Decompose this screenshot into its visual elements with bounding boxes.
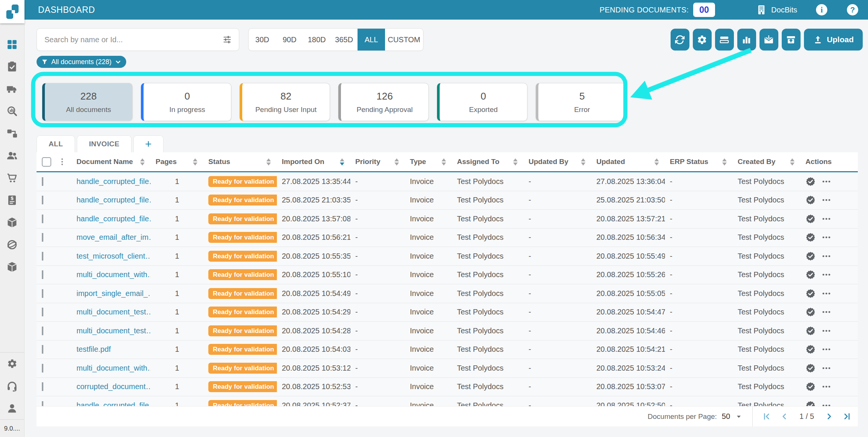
column-header-erp-status[interactable]: ERP Status (665, 158, 733, 166)
scanner-button[interactable] (715, 29, 734, 51)
more-actions-icon[interactable] (821, 232, 831, 242)
column-header-actions[interactable]: Actions (801, 158, 858, 166)
time-filter-30d[interactable]: 30D (249, 29, 276, 51)
row-checkbox[interactable] (42, 177, 43, 186)
sidebar-item-products[interactable] (6, 256, 18, 278)
validate-action-icon[interactable] (805, 232, 816, 242)
status-card-all-documents[interactable]: 228 All documents (42, 83, 133, 121)
sidebar-item-purchase-orders[interactable] (6, 167, 18, 189)
help-icon[interactable]: ? (846, 3, 859, 16)
column-header-pages[interactable]: Pages (151, 158, 203, 166)
time-filter-90d[interactable]: 90D (276, 29, 303, 51)
column-header-type[interactable]: Type (405, 158, 452, 166)
sidebar-item-invoices[interactable]: $ (6, 189, 18, 211)
row-checkbox[interactable] (42, 327, 43, 335)
validate-action-icon[interactable] (805, 382, 816, 392)
row-checkbox[interactable] (42, 401, 43, 406)
sidebar-item-settings[interactable] (0, 353, 24, 375)
app-logo[interactable] (0, 0, 24, 23)
first-page-button[interactable] (763, 412, 771, 421)
row-checkbox[interactable] (42, 289, 43, 298)
sidebar-item-analytics[interactable] (6, 100, 18, 122)
document-name-link[interactable]: multi_document_test… (72, 327, 151, 335)
select-all-checkbox[interactable] (42, 157, 51, 167)
last-page-button[interactable] (842, 412, 851, 421)
status-card-in-progress[interactable]: 0 In progress (141, 83, 231, 121)
more-actions-icon[interactable] (821, 307, 831, 317)
upload-button[interactable]: Upload (804, 29, 863, 51)
gear-button[interactable] (693, 29, 712, 51)
all-documents-filter-chip[interactable]: All documents (228) (37, 56, 126, 68)
add-tab-button[interactable]: + (133, 135, 164, 152)
kebab-menu-icon[interactable] (58, 157, 67, 166)
column-header-priority[interactable]: Priority (350, 158, 405, 166)
row-checkbox[interactable] (42, 270, 43, 279)
validate-action-icon[interactable] (805, 270, 816, 280)
column-header-imported-on[interactable]: Imported On (277, 158, 350, 166)
document-name-link[interactable]: handle_corrupted_file… (72, 196, 151, 204)
sidebar-item-users[interactable] (6, 144, 18, 167)
tab-all[interactable]: ALL (37, 135, 75, 152)
more-actions-icon[interactable] (821, 382, 831, 392)
column-header-assigned-to[interactable]: Assigned To (452, 158, 524, 166)
more-actions-icon[interactable] (821, 400, 831, 406)
mail-import-button[interactable] (760, 29, 778, 51)
row-checkbox[interactable] (42, 364, 43, 373)
sidebar-item-shipments[interactable] (6, 78, 18, 100)
column-header-updated-by[interactable]: Updated By (524, 158, 591, 166)
document-name-link[interactable]: handle_corrupted_file… (72, 215, 151, 223)
validate-action-icon[interactable] (805, 363, 816, 373)
time-filter-180d[interactable]: 180D (303, 29, 330, 51)
validate-action-icon[interactable] (805, 307, 816, 317)
time-filter-custom[interactable]: CUSTOM (385, 29, 423, 51)
more-actions-icon[interactable] (821, 363, 831, 373)
status-card-pending-user-input[interactable]: 82 Pending User Input (240, 83, 330, 121)
more-actions-icon[interactable] (821, 176, 831, 187)
document-name-link[interactable]: multi_document_test… (72, 308, 151, 316)
more-actions-icon[interactable] (821, 344, 831, 354)
archive-up-button[interactable] (782, 29, 801, 51)
document-name-link[interactable]: import_single_email_… (72, 289, 151, 298)
more-actions-icon[interactable] (821, 288, 831, 299)
sidebar-item-support[interactable] (0, 375, 24, 397)
column-header-created-by[interactable]: Created By (733, 158, 801, 166)
validate-action-icon[interactable] (805, 288, 816, 299)
validate-action-icon[interactable] (805, 214, 816, 224)
status-card-pending-approval[interactable]: 126 Pending Approval (338, 83, 429, 121)
column-header-document-name[interactable]: Document Name (72, 158, 151, 166)
more-actions-icon[interactable] (821, 195, 831, 205)
document-name-link[interactable]: move_email_after_im… (72, 233, 151, 242)
document-name-link[interactable]: multi_document_with… (72, 270, 151, 279)
document-name-link[interactable]: testfile.pdf (72, 345, 151, 354)
status-card-error[interactable]: 5 Error (536, 83, 626, 121)
validate-action-icon[interactable] (805, 344, 816, 354)
sync-button[interactable] (671, 29, 689, 51)
filter-tune-icon[interactable] (222, 35, 232, 44)
bar-chart-button[interactable] (737, 29, 756, 51)
column-header-status[interactable]: Status (203, 158, 277, 166)
sidebar-item-profile[interactable] (0, 397, 24, 419)
sidebar-item-packages[interactable] (6, 211, 18, 233)
row-checkbox[interactable] (42, 233, 43, 242)
row-checkbox[interactable] (42, 196, 43, 204)
row-checkbox[interactable] (42, 252, 43, 261)
info-icon[interactable]: i (815, 3, 828, 16)
prev-page-button[interactable] (780, 412, 789, 421)
validate-action-icon[interactable] (805, 195, 816, 205)
validate-action-icon[interactable] (805, 176, 816, 187)
column-header-updated[interactable]: Updated (591, 158, 665, 166)
status-card-exported[interactable]: 0 Exported (437, 83, 527, 121)
document-name-link[interactable]: corrupted_document… (72, 382, 151, 391)
time-filter-all[interactable]: ALL (358, 29, 385, 51)
next-page-button[interactable] (825, 412, 833, 421)
sidebar-item-tasks[interactable] (6, 55, 18, 78)
sidebar-item-integrations[interactable] (6, 233, 18, 256)
document-name-link[interactable]: test_microsoft_client… (72, 252, 151, 261)
more-actions-icon[interactable] (821, 251, 831, 261)
row-checkbox[interactable] (42, 215, 43, 223)
per-page-value[interactable]: 50 (722, 412, 730, 421)
validate-action-icon[interactable] (805, 400, 816, 406)
sidebar-item-workflow[interactable] (6, 122, 18, 144)
row-checkbox[interactable] (42, 308, 43, 316)
more-actions-icon[interactable] (821, 270, 831, 280)
